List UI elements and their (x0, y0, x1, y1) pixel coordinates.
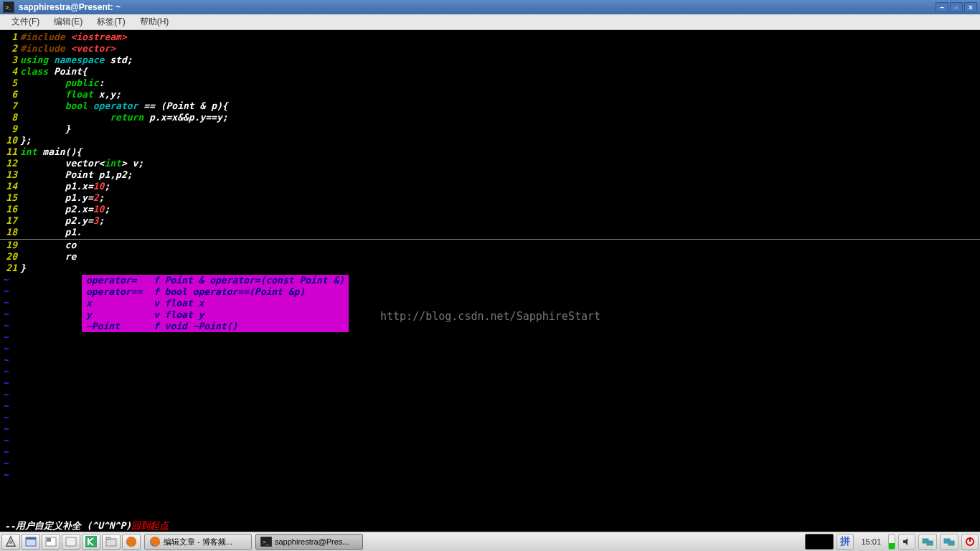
cpu-monitor-icon[interactable] (888, 534, 895, 550)
editor-area[interactable]: 1#include <iostream> 2#include <vector> … (0, 30, 980, 532)
completion-item[interactable]: y v float y (82, 309, 349, 321)
empty-line-marker: ~ (0, 423, 980, 435)
network-icon-2[interactable] (940, 534, 958, 550)
svg-rect-13 (927, 541, 933, 545)
svg-rect-3 (47, 538, 51, 542)
tray-blank[interactable] (805, 534, 834, 550)
status-mode: 用户自定义补全 (^U^N^P) (16, 519, 131, 532)
svg-rect-1 (26, 537, 36, 540)
task-label: sapphirestra@Pres... (275, 537, 349, 546)
files-launcher-icon[interactable] (102, 534, 121, 550)
vim-status-line: -- 用户自定义补全 (^U^N^P) 回到起点 (0, 520, 980, 532)
start-menu-button[interactable] (1, 534, 20, 550)
power-icon[interactable] (961, 534, 979, 550)
completion-item[interactable]: x v float x (82, 298, 349, 309)
svg-text:>_: >_ (263, 539, 270, 545)
input-method-indicator[interactable]: 拼 (837, 534, 854, 550)
empty-line-marker: ~ (0, 343, 980, 354)
svg-rect-4 (66, 537, 76, 546)
taskbar: 编辑文章 - 博客频... >_ sapphirestra@Pres... 拼 … (0, 532, 980, 551)
empty-line-marker: ~ (0, 435, 980, 446)
menu-help[interactable]: 帮助(H) (133, 14, 176, 29)
svg-rect-5 (85, 536, 97, 547)
empty-line-marker: ~ (0, 354, 980, 366)
empty-line-marker: ~ (0, 412, 980, 423)
completion-item[interactable]: ~Point f void ~Point() (82, 321, 349, 332)
taskbar-task-browser[interactable]: 编辑文章 - 博客频... (144, 534, 252, 550)
taskbar-task-terminal[interactable]: >_ sapphirestra@Pres... (255, 534, 363, 550)
network-icon-1[interactable] (918, 534, 937, 550)
completion-popup[interactable]: operator= f Point & operator=(const Poin… (82, 275, 349, 332)
minimize-button[interactable]: – (936, 2, 948, 12)
empty-line-marker: ~ (0, 469, 980, 481)
maximize-button[interactable]: ▫ (950, 2, 963, 12)
completion-item[interactable]: operator== f bool operator==(Point &p) (82, 286, 349, 298)
task-label: 编辑文章 - 博客频... (164, 537, 232, 547)
empty-line-marker: ~ (0, 331, 980, 343)
svg-rect-15 (948, 541, 954, 545)
menu-file[interactable]: 文件(F) (4, 14, 47, 29)
empty-line-marker: ~ (0, 389, 980, 400)
empty-line-marker: ~ (0, 400, 980, 412)
status-suffix: 回到起点 (131, 519, 169, 532)
terminal-icon: >_ (260, 536, 272, 547)
firefox-icon (149, 536, 161, 547)
close-button[interactable]: × (964, 2, 977, 12)
clock[interactable]: 15:01 (857, 537, 885, 546)
window-title: sapphirestra@Present: ~ (19, 2, 121, 12)
empty-line-marker: ~ (0, 458, 980, 469)
window-titlebar: sapphirestra@Present: ~ – ▫ × (0, 0, 980, 14)
workspace-switcher-2[interactable] (62, 534, 80, 550)
terminal-icon (3, 1, 14, 13)
empty-line-marker: ~ (0, 377, 980, 389)
menu-edit[interactable]: 编辑(E) (47, 14, 90, 29)
volume-icon[interactable] (898, 534, 915, 550)
empty-line-marker: ~ (0, 366, 980, 377)
completion-item[interactable]: operator= f Point & operator=(const Poin… (82, 275, 349, 286)
menu-tabs[interactable]: 标签(T) (90, 14, 132, 29)
watermark-text: http://blog.csdn.net/SapphireStart (380, 310, 600, 323)
empty-line-marker: ~ (0, 446, 980, 458)
code-content: 1#include <iostream> 2#include <vector> … (0, 30, 980, 481)
workspace-switcher-1[interactable] (42, 534, 60, 550)
svg-rect-7 (106, 537, 110, 540)
menubar: 文件(F) 编辑(E) 标签(T) 帮助(H) (0, 14, 980, 30)
show-desktop-button[interactable] (22, 534, 40, 550)
kde-launcher-icon[interactable] (82, 534, 100, 550)
firefox-launcher-icon[interactable] (122, 534, 141, 550)
